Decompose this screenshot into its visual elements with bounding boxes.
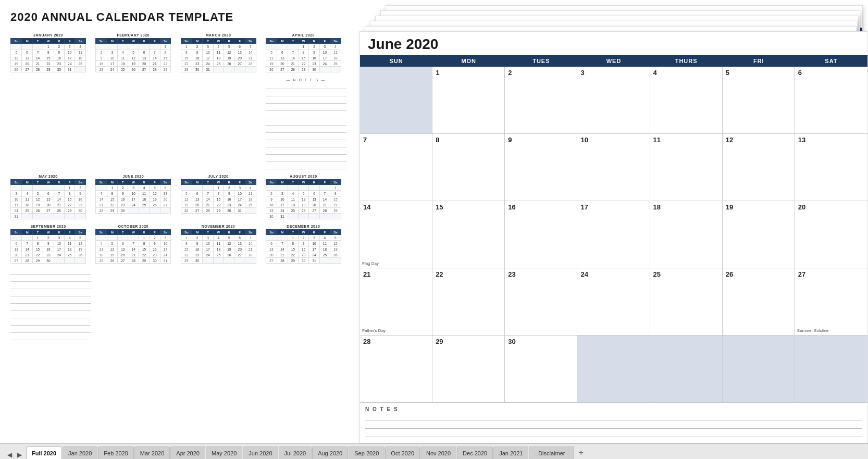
tab-sep-2020[interactable]: Sep 2020 <box>349 446 385 459</box>
week-2: 7 8 9 10 11 12 13 <box>360 134 867 201</box>
cell-w1-thu: 4 <box>650 67 723 133</box>
mini-cal-jan-title: JANUARY 2020 <box>10 33 86 37</box>
front-note-line <box>365 414 862 420</box>
cell-w2-sun: 7 <box>360 134 432 201</box>
jan-hdr-t: T <box>32 39 43 44</box>
mini-cal-oct-table: SuMTWRFSa 123 45678910 11121314151617 18… <box>95 229 171 264</box>
cell-w5-thu <box>650 336 723 402</box>
tab-dec-2020[interactable]: Dec 2020 <box>457 446 493 459</box>
fathers-day-label: Father's Day <box>362 328 386 333</box>
front-cal-body: 1 2 3 4 5 6 7 8 9 10 11 12 <box>360 67 867 403</box>
cell-w1-sun <box>360 67 432 133</box>
cell-w1-mon: 1 <box>432 67 505 133</box>
nav-left-arrow[interactable]: ◀ <box>5 451 14 459</box>
cell-w4-wed: 24 <box>577 268 650 335</box>
cell-w2-tue: 9 <box>505 134 577 201</box>
jan-hdr-f: F <box>64 39 75 44</box>
cell-w5-wed <box>577 336 650 402</box>
jan-hdr-r: R <box>54 39 64 44</box>
hdr-thurs: THURS <box>650 55 723 67</box>
notes-lines <box>266 83 346 169</box>
mini-cal-may-title: MAY 2020 <box>10 175 86 178</box>
mini-cal-mar-table: SuMTWRFSa 1234567 891011121314 151617181… <box>181 38 256 72</box>
note-line <box>10 269 91 275</box>
cell-w3-wed: 17 <box>577 201 650 268</box>
flag-day-label: Flag Day <box>362 261 379 266</box>
mini-cal-oct-title: OCTOBER 2020 <box>95 225 171 228</box>
mini-cal-april: APRIL 2020 SuMTWRFSa 1234 567891011 1213… <box>266 33 341 72</box>
week-4: 21 Father's Day 22 23 24 25 26 27 Summer… <box>360 268 867 336</box>
tab-disclaimer[interactable]: - Disclaimer - <box>529 446 574 459</box>
tab-full-2020[interactable]: Full 2020 <box>26 446 62 459</box>
tab-add-button[interactable]: + <box>575 446 587 459</box>
mini-cal-feb-table: SuMTWRFSa 1 2345678 9101112131415 161718… <box>95 38 171 72</box>
tab-jan-2020[interactable]: Jan 2020 <box>63 446 97 459</box>
note-line <box>10 305 91 311</box>
week-5: 28 29 30 <box>360 336 867 403</box>
cell-w5-sun: 28 <box>360 336 432 402</box>
cell-w2-thu: 11 <box>650 134 723 201</box>
front-note-line <box>365 423 862 429</box>
cell-w2-sat: 13 <box>795 134 867 201</box>
mini-cal-august: AUGUST 2020 SuMTWRFSa 1 2345678 91011121… <box>266 175 341 219</box>
cell-w5-fri <box>723 336 795 402</box>
cell-w1-wed: 3 <box>577 67 650 133</box>
note-line <box>266 134 346 140</box>
note-line <box>266 105 346 111</box>
note-line <box>266 98 346 104</box>
tab-may-2020[interactable]: May 2020 <box>206 446 242 459</box>
nav-right-arrow[interactable]: ▶ <box>15 451 23 459</box>
mini-cal-sep-title: SEPTEMBER 2020 <box>10 225 86 228</box>
note-line <box>266 91 346 96</box>
tab-aug-2020[interactable]: Aug 2020 <box>312 446 348 459</box>
notes-title: — N O T E S — <box>266 78 346 82</box>
tab-apr-2020[interactable]: Apr 2020 <box>170 446 205 459</box>
mini-cal-may: MAY 2020 SuMTWRFSa 12 3456789 1011121314… <box>10 175 86 219</box>
cell-w1-tue: 2 <box>505 67 577 133</box>
hdr-tues: TUES <box>505 55 577 67</box>
cell-w4-sat: 27 Summer Solstice <box>795 268 867 335</box>
cell-w1-sat: 6 <box>795 67 867 133</box>
tab-feb-2020[interactable]: Feb 2020 <box>98 446 133 459</box>
mini-cal-july: JULY 2020 SuMTWRFSa 1234 567891011 12131… <box>181 175 256 219</box>
mini-cal-november: NOVEMBER 2020 SuMTWRFSa 1234567 89101112… <box>181 225 256 264</box>
note-line <box>266 120 346 126</box>
mini-cal-october: OCTOBER 2020 SuMTWRFSa 123 45678910 1112… <box>95 225 171 264</box>
tab-nov-2020[interactable]: Nov 2020 <box>420 446 456 459</box>
note-line <box>266 142 346 147</box>
cell-w3-fri: 19 <box>723 201 795 268</box>
cell-w5-sat <box>795 336 867 402</box>
note-line <box>10 291 91 296</box>
mini-cal-nov-table: SuMTWRFSa 1234567 891011121314 151617181… <box>181 229 256 264</box>
tab-jun-2020[interactable]: Jun 2020 <box>243 446 278 459</box>
tab-jan-2021[interactable]: Jan 2021 <box>493 446 528 459</box>
cell-w4-thu: 25 <box>650 268 723 335</box>
front-page-june: June 2020 SUN MON TUES WED THURS FRI SAT… <box>359 31 868 443</box>
mini-cal-may-table: SuMTWRFSa 12 3456789 10111213141516 1718… <box>10 179 86 219</box>
tab-jul-2020[interactable]: Jul 2020 <box>279 446 312 459</box>
jan-hdr-sa: Sa <box>75 39 86 44</box>
left-panel: 2020 ANNUAL CALENDAR TEMPLATE JANUARY 20… <box>0 0 354 443</box>
tab-oct-2020[interactable]: Oct 2020 <box>385 446 420 459</box>
cell-w3-sat: 20 <box>795 201 867 268</box>
extra-notes <box>10 269 91 340</box>
main-area: 2020 ANNUAL CALENDAR TEMPLATE JANUARY 20… <box>0 0 868 443</box>
mini-cal-apr-table: SuMTWRFSa 1234 567891011 12131415161718 … <box>266 38 341 72</box>
summer-solstice-label: Summer Solstice <box>797 328 828 333</box>
mini-cal-jun-table: SuMTWRFSa 123456 78910111213 14151617181… <box>95 179 171 214</box>
mini-cal-jan-table: Su M T W R F Sa 1234 567891011 121314151… <box>10 38 86 72</box>
tab-mar-2020[interactable]: Mar 2020 <box>134 446 170 459</box>
note-line <box>10 276 91 282</box>
mini-cal-june: JUNE 2020 SuMTWRFSa 123456 78910111213 1… <box>95 175 171 219</box>
cell-w3-thu: 18 <box>650 201 723 268</box>
cell-w2-mon: 8 <box>432 134 505 201</box>
note-line <box>266 164 346 169</box>
front-cal-header: SUN MON TUES WED THURS FRI SAT <box>360 55 867 67</box>
note-line <box>266 149 346 155</box>
mini-cal-jul-title: JULY 2020 <box>181 175 256 178</box>
note-line <box>10 298 91 304</box>
jan-hdr-su: Su <box>11 39 22 44</box>
cell-w5-mon: 29 <box>432 336 505 402</box>
cell-w2-fri: 12 <box>723 134 795 201</box>
mini-cal-mar-title: MARCH 2020 <box>181 33 256 37</box>
